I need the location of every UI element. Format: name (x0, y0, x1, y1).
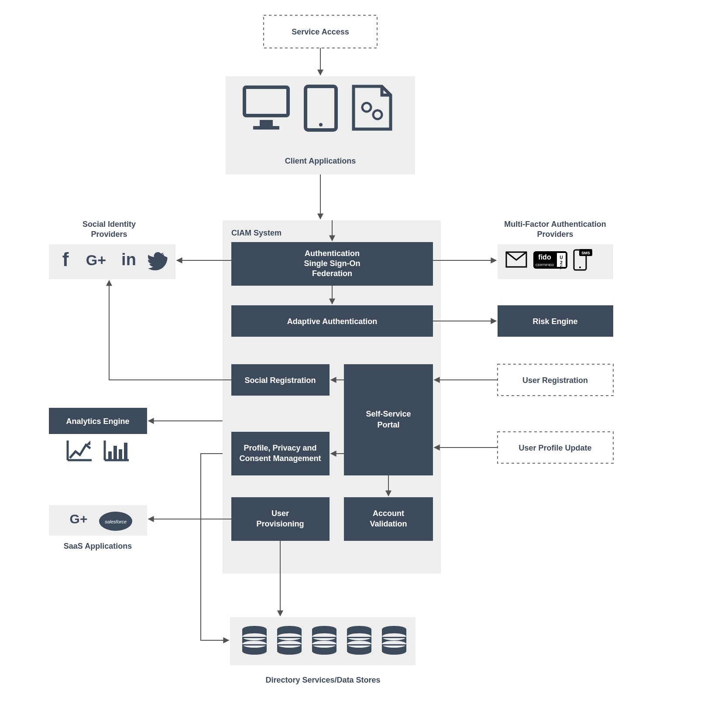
svg-rect-44 (312, 637, 337, 638)
risk-engine-label: Risk Engine (532, 317, 577, 326)
svg-point-27 (242, 648, 267, 655)
auth-line2: Single Sign-On (304, 259, 361, 268)
svg-rect-45 (312, 644, 337, 646)
database-icon (347, 626, 371, 655)
fido-u2f-icon: fido CERTIFIED U 2 F (533, 251, 567, 270)
svg-rect-37 (277, 637, 302, 638)
profile-line2: Consent Management (239, 454, 321, 463)
svg-point-4 (319, 123, 323, 126)
service-access-label: Service Access (292, 27, 349, 36)
google-plus-icon: G+ (86, 252, 106, 268)
account-validation-line1: Account (373, 509, 404, 518)
svg-rect-22 (124, 443, 127, 459)
mfa-line2: Providers (537, 230, 573, 239)
user-provisioning-line2: Provisioning (256, 519, 304, 528)
facebook-icon: f (62, 249, 69, 270)
account-validation-line2: Validation (370, 519, 407, 528)
svg-rect-31 (242, 644, 267, 646)
arrow-socialreg-to-socialidp (109, 280, 231, 380)
svg-text:U: U (560, 255, 563, 260)
ciam-system-title: CIAM System (231, 229, 282, 237)
analytics-engine-label: Analytics Engine (66, 417, 129, 426)
svg-rect-1 (260, 120, 273, 126)
user-registration-label: User Registration (522, 376, 588, 385)
svg-rect-20 (113, 446, 117, 459)
svg-rect-19 (108, 451, 112, 459)
client-applications-label: Client Applications (285, 157, 356, 165)
directory-services-label: Directory Services/Data Stores (265, 676, 380, 684)
google-plus-icon: G+ (70, 512, 88, 526)
social-idp-line2: Providers (91, 230, 127, 239)
line-chart-icon (68, 441, 92, 460)
auth-line1: Authentication (305, 249, 360, 258)
svg-text:SMS: SMS (581, 251, 590, 255)
svg-rect-38 (277, 644, 302, 646)
self-service-line2: Portal (377, 420, 399, 429)
adaptive-authentication-label: Adaptive Authentication (287, 317, 377, 326)
saas-applications-panel (49, 505, 147, 536)
social-idp-line1: Social Identity (82, 220, 136, 229)
mfa-line1: Multi-Factor Authentication (504, 220, 606, 229)
svg-rect-58 (382, 637, 406, 638)
profile-line1: Profile, Privacy and (244, 444, 316, 452)
user-profile-update-label: User Profile Update (519, 444, 591, 452)
user-provisioning-line1: User (271, 509, 289, 518)
linkedin-icon: in (121, 250, 136, 269)
svg-rect-52 (347, 644, 371, 646)
social-registration-label: Social Registration (244, 376, 316, 385)
svg-rect-30 (242, 637, 267, 638)
database-icon (382, 626, 406, 655)
svg-text:F: F (560, 265, 563, 270)
svg-text:2: 2 (560, 260, 563, 265)
svg-text:CERTIFIED: CERTIFIED (536, 263, 554, 267)
svg-point-55 (382, 648, 406, 655)
bar-chart-icon (105, 441, 129, 460)
svg-point-34 (277, 648, 302, 655)
auth-line3: Federation (312, 269, 352, 278)
salesforce-icon: salesforce (99, 512, 132, 531)
svg-text:fido: fido (538, 253, 551, 261)
svg-point-41 (312, 648, 337, 655)
database-icon (242, 626, 267, 655)
svg-point-16 (579, 266, 581, 268)
svg-text:salesforce: salesforce (105, 519, 127, 524)
saas-applications-label: SaaS Applications (64, 542, 132, 550)
database-icon (312, 626, 337, 655)
svg-point-48 (347, 648, 371, 655)
self-service-portal-box (344, 364, 433, 475)
svg-rect-59 (382, 644, 406, 646)
database-icon (277, 626, 302, 655)
svg-rect-21 (119, 449, 122, 459)
svg-rect-2 (253, 126, 279, 130)
self-service-line1: Self-Service (366, 410, 411, 418)
svg-rect-51 (347, 637, 371, 638)
